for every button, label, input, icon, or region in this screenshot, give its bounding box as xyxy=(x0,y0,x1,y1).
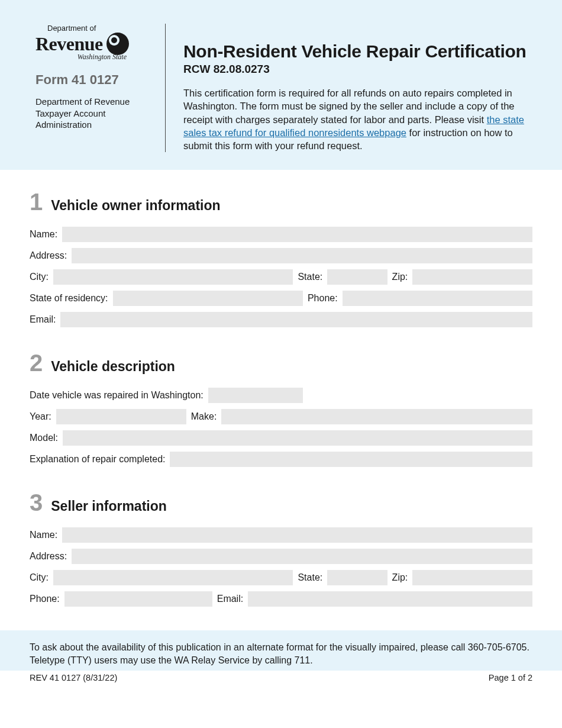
intro-text-pre: This certification form is required for … xyxy=(183,88,515,125)
footer-bar: REV 41 0127 (8/31/22) Page 1 of 2 xyxy=(0,671,562,691)
seller-name-field[interactable] xyxy=(62,527,532,543)
form-number: Form 41 0127 xyxy=(35,72,150,88)
footer-form-id: REV 41 0127 (8/31/22) xyxy=(30,673,117,682)
section-2-number: 2 xyxy=(30,351,43,375)
repair-date-label: Date vehicle was repaired in Washington: xyxy=(30,390,204,401)
seller-zip-label: Zip: xyxy=(392,572,408,583)
owner-zip-field[interactable] xyxy=(412,269,532,285)
content-area: 1 Vehicle owner information Name: Addres… xyxy=(0,170,562,607)
vehicle-model-label: Model: xyxy=(30,433,58,443)
repair-date-field[interactable] xyxy=(208,388,303,403)
owner-state-label: State: xyxy=(298,272,322,282)
section-3-heading: 3 Seller information xyxy=(30,491,532,514)
repair-explanation-field[interactable] xyxy=(170,452,532,467)
section-3-number: 3 xyxy=(30,491,43,514)
logo-swirl-icon xyxy=(106,33,129,55)
owner-city-field[interactable] xyxy=(53,269,293,285)
logo-main-text: Revenue xyxy=(35,33,103,55)
page-title: Non-Resident Vehicle Repair Certificatio… xyxy=(183,41,532,62)
department-name: Department of Revenue Taxpayer Account A… xyxy=(35,96,150,131)
seller-address-field[interactable] xyxy=(72,549,532,564)
header-right: Non-Resident Vehicle Repair Certificatio… xyxy=(166,24,532,152)
seller-zip-field[interactable] xyxy=(412,570,532,585)
seller-phone-field[interactable] xyxy=(64,591,212,607)
header-band: Department of Revenue Washington State F… xyxy=(0,0,562,170)
section-2-fields: Date vehicle was repaired in Washington:… xyxy=(30,388,532,467)
owner-phone-field[interactable] xyxy=(343,291,532,306)
section-2-title: Vehicle description xyxy=(51,359,175,375)
owner-email-label: Email: xyxy=(30,314,56,325)
owner-zip-label: Zip: xyxy=(392,272,408,282)
seller-phone-label: Phone: xyxy=(30,594,60,604)
section-3-title: Seller information xyxy=(51,498,167,514)
owner-city-label: City: xyxy=(30,272,49,282)
owner-name-label: Name: xyxy=(30,229,57,240)
vehicle-year-field[interactable] xyxy=(56,409,186,424)
section-1-title: Vehicle owner information xyxy=(51,198,220,214)
section-2-heading: 2 Vehicle description xyxy=(30,351,532,375)
footer-note: To ask about the availability of this pu… xyxy=(0,630,562,670)
vehicle-model-field[interactable] xyxy=(63,430,532,446)
intro-paragraph: This certification form is required for … xyxy=(183,86,532,152)
logo-block: Department of Revenue Washington State xyxy=(35,24,150,62)
section-1-fields: Name: Address: City: State: Zip: State o… xyxy=(30,227,532,327)
seller-email-label: Email: xyxy=(217,594,243,604)
seller-state-label: State: xyxy=(298,572,322,583)
seller-address-label: Address: xyxy=(30,551,67,562)
owner-state-field[interactable] xyxy=(327,269,387,285)
logo-top-text: Department of xyxy=(47,24,150,33)
owner-address-label: Address: xyxy=(30,250,67,261)
vehicle-make-field[interactable] xyxy=(221,409,532,424)
owner-address-field[interactable] xyxy=(72,248,532,263)
owner-residency-label: State of residency: xyxy=(30,293,108,304)
owner-phone-label: Phone: xyxy=(308,293,338,304)
page-subtitle: RCW 82.08.0273 xyxy=(183,63,532,76)
seller-state-field[interactable] xyxy=(327,570,387,585)
seller-city-label: City: xyxy=(30,572,49,583)
logo-revenue: Revenue xyxy=(35,33,150,55)
header-left: Department of Revenue Washington State F… xyxy=(35,24,166,152)
seller-email-field[interactable] xyxy=(248,591,532,607)
vehicle-make-label: Make: xyxy=(191,411,217,422)
section-3-fields: Name: Address: City: State: Zip: Phone: … xyxy=(30,527,532,607)
vehicle-year-label: Year: xyxy=(30,411,51,422)
section-1-heading: 1 Vehicle owner information xyxy=(30,190,532,214)
section-1-number: 1 xyxy=(30,190,43,214)
seller-name-label: Name: xyxy=(30,530,57,540)
owner-email-field[interactable] xyxy=(60,312,532,327)
repair-explanation-label: Explanation of repair completed: xyxy=(30,454,165,465)
owner-residency-field[interactable] xyxy=(113,291,303,306)
footer-page-number: Page 1 of 2 xyxy=(489,673,532,682)
seller-city-field[interactable] xyxy=(53,570,293,585)
owner-name-field[interactable] xyxy=(62,227,532,242)
